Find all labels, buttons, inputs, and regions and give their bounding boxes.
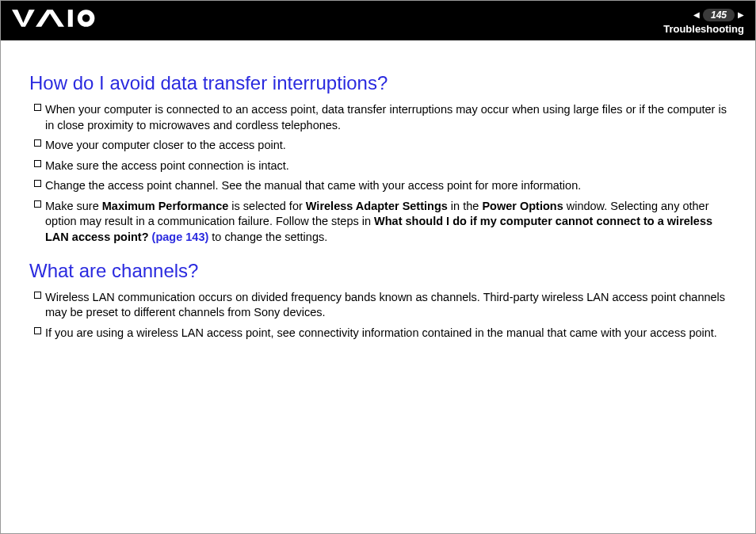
list-item-text: Make sure the access point connection is… bbox=[45, 158, 733, 174]
page-number: 145 bbox=[703, 9, 735, 21]
list-item: Wireless LAN communication occurs on div… bbox=[29, 290, 733, 321]
bullet-icon bbox=[29, 290, 45, 299]
page-link[interactable]: (page 143) bbox=[152, 231, 209, 243]
prev-page-arrow[interactable]: ◀ bbox=[693, 10, 700, 20]
bullet-list: Wireless LAN communication occurs on div… bbox=[29, 290, 733, 341]
bullet-icon bbox=[29, 199, 45, 208]
list-item-text: If you are using a wireless LAN access p… bbox=[45, 326, 733, 341]
bullet-list: When your computer is connected to an ac… bbox=[29, 102, 733, 246]
list-item-text: When your computer is connected to an ac… bbox=[45, 102, 733, 133]
bullet-icon bbox=[29, 158, 45, 167]
next-page-arrow[interactable]: ▶ bbox=[738, 10, 744, 20]
bullet-icon bbox=[29, 326, 45, 334]
list-item-text: Wireless LAN communication occurs on div… bbox=[45, 290, 733, 321]
content: How do I avoid data transfer interruptio… bbox=[1, 40, 755, 371]
list-item: If you are using a wireless LAN access p… bbox=[29, 326, 733, 341]
list-item: When your computer is connected to an ac… bbox=[29, 102, 733, 133]
list-item: Make sure Maximum Performance is selecte… bbox=[29, 199, 733, 246]
section-heading: How do I avoid data transfer interruptio… bbox=[29, 72, 733, 94]
list-item-text: Change the access point channel. See the… bbox=[45, 178, 733, 194]
list-item: Change the access point channel. See the… bbox=[29, 178, 733, 194]
vaio-logo bbox=[12, 1, 107, 36]
bullet-icon bbox=[29, 102, 45, 111]
list-item: Make sure the access point connection is… bbox=[29, 158, 733, 174]
page: ◀ 145 ▶ Troubleshooting How do I avoid d… bbox=[0, 0, 756, 534]
list-item: Move your computer closer to the access … bbox=[29, 138, 733, 154]
header-right: ◀ 145 ▶ Troubleshooting bbox=[663, 9, 744, 36]
page-nav: ◀ 145 ▶ bbox=[693, 9, 744, 21]
bullet-icon bbox=[29, 178, 45, 187]
header-bar: ◀ 145 ▶ Troubleshooting bbox=[1, 1, 755, 40]
list-item-text: Make sure Maximum Performance is selecte… bbox=[45, 199, 733, 246]
svg-rect-0 bbox=[68, 10, 73, 27]
section-heading: What are channels? bbox=[29, 260, 733, 282]
section-label: Troubleshooting bbox=[663, 23, 744, 36]
list-item-text: Move your computer closer to the access … bbox=[45, 138, 733, 154]
bullet-icon bbox=[29, 138, 45, 147]
